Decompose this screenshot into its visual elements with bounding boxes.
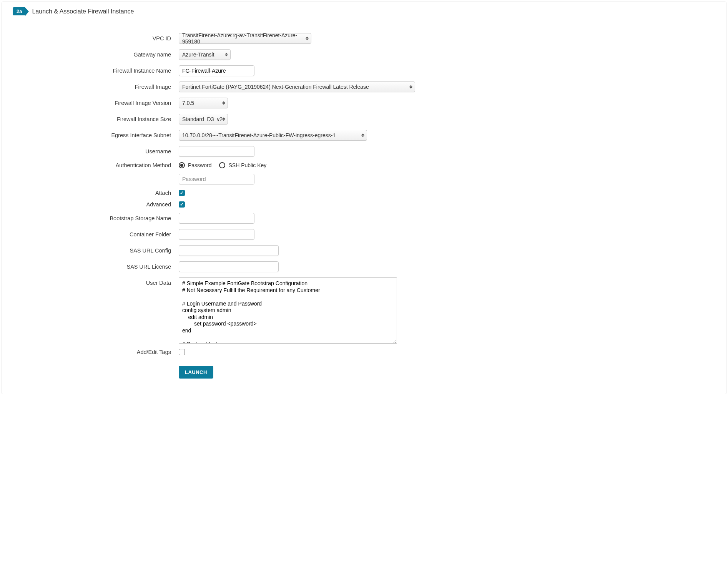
auth-method-password-radio[interactable]: Password: [179, 162, 211, 168]
label-firewall-image: Firewall Image: [2, 84, 171, 90]
step-badge: 2a: [13, 7, 25, 15]
auth-method-radio-group: Password SSH Public Key: [179, 162, 266, 168]
label-user-data: User Data: [2, 277, 171, 286]
vpc-id-select[interactable]: TransitFirenet-Azure:rg-av-TransitFirene…: [179, 33, 311, 44]
chevron-updown-icon: [222, 101, 225, 105]
sas-url-config-field[interactable]: [182, 247, 275, 254]
gateway-name-value: Azure-Transit: [182, 51, 214, 58]
egress-subnet-select[interactable]: 10.70.0.0/28~~TransitFirenet-Azure-Publi…: [179, 130, 367, 141]
launch-button[interactable]: LAUNCH: [179, 366, 213, 379]
label-vpc-id: VPC ID: [2, 35, 171, 42]
label-firewall-instance-name: Firewall Instance Name: [2, 68, 171, 74]
gateway-name-select[interactable]: Azure-Transit: [179, 49, 231, 60]
chevron-updown-icon: [306, 37, 309, 40]
label-gateway-name: Gateway name: [2, 51, 171, 58]
auth-method-ssh-radio[interactable]: SSH Public Key: [219, 162, 266, 168]
label-advanced: Advanced: [2, 201, 171, 208]
egress-subnet-value: 10.70.0.0/28~~TransitFirenet-Azure-Publi…: [182, 132, 336, 138]
label-firewall-instance-size: Firewall Instance Size: [2, 116, 171, 122]
label-bootstrap-storage-name: Bootstrap Storage Name: [2, 215, 171, 221]
username-field[interactable]: [182, 148, 251, 154]
username-input[interactable]: [179, 146, 254, 157]
chevron-updown-icon: [222, 118, 225, 121]
sas-url-license-input[interactable]: [179, 261, 279, 272]
advanced-checkbox[interactable]: ✓: [179, 201, 185, 208]
bootstrap-storage-name-field[interactable]: [182, 215, 251, 221]
label-add-edit-tags: Add/Edit Tags: [2, 349, 171, 355]
label-container-folder: Container Folder: [2, 231, 171, 238]
firewall-image-value: Fortinet FortiGate (PAYG_20190624) Next-…: [182, 84, 369, 90]
vpc-id-value: TransitFirenet-Azure:rg-av-TransitFirene…: [182, 32, 300, 45]
sas-url-config-input[interactable]: [179, 245, 279, 256]
firewall-image-select[interactable]: Fortinet FortiGate (PAYG_20190624) Next-…: [179, 81, 415, 92]
password-field[interactable]: [182, 176, 251, 182]
firewall-instance-size-value: Standard_D3_v2: [182, 116, 223, 122]
sas-url-license-field[interactable]: [182, 264, 275, 270]
firewall-image-version-select[interactable]: 7.0.5: [179, 98, 228, 108]
page-title: Launch & Associate Firewall Instance: [32, 8, 134, 15]
chevron-updown-icon: [361, 134, 364, 137]
firewall-instance-name-input[interactable]: [179, 65, 254, 76]
panel-header: 2a Launch & Associate Firewall Instance: [2, 6, 726, 22]
firewall-instance-size-select[interactable]: Standard_D3_v2: [179, 114, 228, 125]
label-firewall-image-version: Firewall Image Version: [2, 100, 171, 106]
auth-password-label: Password: [188, 162, 211, 168]
container-folder-field[interactable]: [182, 231, 251, 238]
chevron-updown-icon: [409, 85, 412, 89]
label-sas-url-config: SAS URL Config: [2, 247, 171, 254]
radio-icon: [219, 162, 225, 168]
label-username: Username: [2, 148, 171, 154]
auth-ssh-label: SSH Public Key: [228, 162, 266, 168]
label-egress-subnet: Egress Interface Subnet: [2, 132, 171, 138]
bootstrap-storage-name-input[interactable]: [179, 213, 254, 224]
label-auth-method: Authentication Method: [2, 162, 171, 168]
firewall-instance-name-field[interactable]: [182, 68, 251, 74]
firewall-image-version-value: 7.0.5: [182, 100, 194, 106]
launch-firewall-panel: 2a Launch & Associate Firewall Instance …: [2, 2, 726, 394]
label-attach: Attach: [2, 190, 171, 196]
attach-checkbox[interactable]: ✓: [179, 190, 185, 196]
password-input[interactable]: [179, 174, 254, 184]
add-edit-tags-checkbox[interactable]: [179, 349, 185, 355]
radio-icon: [179, 162, 185, 168]
container-folder-input[interactable]: [179, 229, 254, 240]
user-data-textarea[interactable]: [179, 277, 397, 344]
form: VPC ID TransitFirenet-Azure:rg-av-Transi…: [2, 22, 726, 379]
chevron-updown-icon: [225, 53, 228, 56]
label-sas-url-license: SAS URL License: [2, 264, 171, 270]
